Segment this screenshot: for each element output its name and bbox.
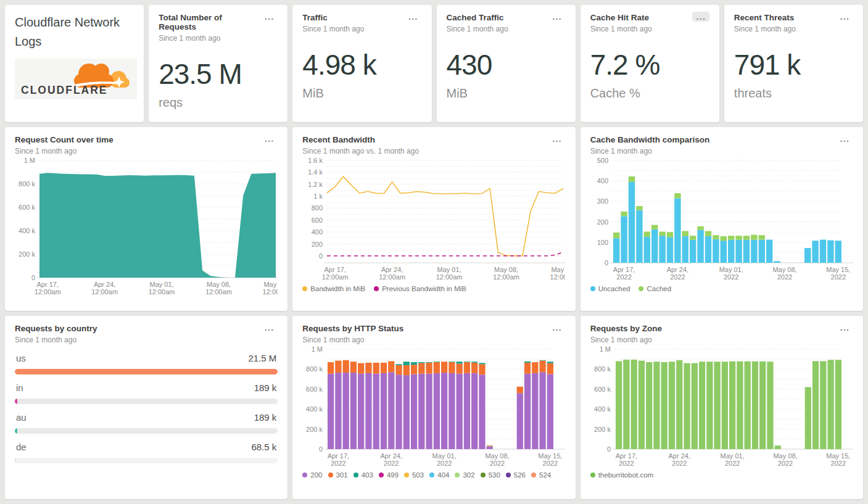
legend-dot-icon: [506, 473, 511, 477]
bar-segment: [426, 362, 432, 363]
bar-segment: [751, 240, 757, 263]
legend-dot-icon: [379, 473, 384, 477]
legend-label: 403: [362, 471, 373, 479]
bar-segment: [751, 235, 757, 240]
panel-menu-button[interactable]: ...: [405, 12, 422, 22]
svg-text:2022: 2022: [543, 460, 558, 467]
panel-menu-button[interactable]: ...: [836, 323, 853, 333]
panel-menu-button[interactable]: ...: [261, 12, 278, 22]
legend-dot-icon: [404, 473, 409, 477]
svg-text:May 01,: May 01,: [719, 266, 743, 273]
bar-segment: [690, 236, 696, 240]
svg-text:400 k: 400 k: [306, 405, 323, 413]
legend-item[interactable]: 403: [353, 471, 373, 479]
cache-bandwidth-legend: UncachedCached: [590, 285, 853, 292]
panel-menu-button[interactable]: ...: [836, 12, 853, 22]
area-series: [39, 173, 276, 278]
svg-text:0: 0: [607, 445, 611, 453]
svg-text:2022: 2022: [437, 460, 452, 467]
http-status-bar-chart: 1 M800 k600 k400 k200 k0Apr 17,2022Apr 2…: [302, 344, 565, 469]
legend-item[interactable]: Uncached: [590, 285, 630, 292]
legend-label: Previous Bandwidth in MiB: [382, 285, 466, 292]
panel-menu-button[interactable]: ...: [836, 134, 853, 144]
bar-segment: [661, 362, 667, 449]
svg-text:12:00am: 12:00am: [91, 288, 118, 295]
legend-dot-icon: [481, 473, 486, 477]
panel-menu-button[interactable]: ...: [261, 323, 278, 333]
bar-segment: [471, 361, 477, 363]
bar-segment: [699, 361, 705, 449]
bar-segment: [728, 236, 734, 240]
requests_by_http_status-svg: 1 M800 k600 k400 k200 k0Apr 17,2022Apr 2…: [302, 344, 565, 469]
svg-text:Apr 17,: Apr 17,: [324, 266, 346, 273]
panel-subtitle: Since 1 month ago: [734, 25, 796, 33]
bar-segment: [691, 363, 697, 449]
bar-segment: [713, 235, 719, 239]
panel-title: Requests by HTTP Status: [302, 324, 403, 333]
bar-segment: [487, 445, 493, 447]
bar-segment: [636, 210, 642, 263]
legend-dot-icon: [455, 473, 460, 477]
legend-item[interactable]: 526: [506, 471, 526, 479]
legend-label: Uncached: [598, 285, 630, 292]
panel-menu-button[interactable]: ...: [692, 12, 709, 22]
svg-text:800 k: 800 k: [19, 180, 35, 188]
panel-subtitle: Since 1 month ago: [447, 25, 508, 33]
cloudflare-logo: CLOUDFLARE': [15, 59, 137, 99]
bar-segment: [651, 229, 658, 263]
panel-menu-button[interactable]: ...: [261, 134, 278, 144]
bar-segment: [328, 374, 334, 449]
bar-segment: [636, 206, 642, 210]
bar-segment: [666, 232, 672, 237]
legend-label: 301: [336, 471, 348, 479]
panel-menu-button[interactable]: ...: [548, 134, 566, 144]
bar-segment: [464, 373, 470, 449]
panel-menu-button[interactable]: ...: [548, 323, 566, 333]
stat-card-recent-threats: Recent Threats Since 1 month ago ... 791…: [724, 5, 863, 122]
bar-segment: [396, 374, 402, 449]
bar-segment: [666, 238, 672, 263]
stat-card-total-requests: Total Number of Requests Since 1 month a…: [149, 5, 287, 122]
legend-item[interactable]: Bandwidth in MiB: [302, 285, 365, 292]
bar-segment: [638, 361, 644, 449]
bar-segment: [524, 363, 531, 374]
bar-segment: [487, 446, 493, 449]
bar-segment: [705, 231, 711, 236]
svg-text:1.4 k: 1.4 k: [308, 168, 323, 176]
bar-segment: [674, 193, 680, 198]
legend-item[interactable]: 404: [429, 471, 449, 479]
panel-title: Cached Traffic: [447, 13, 508, 22]
legend-item[interactable]: 530: [481, 471, 500, 479]
legend-item[interactable]: Previous Bandwidth in MiB: [374, 285, 466, 292]
legend-item[interactable]: 200: [302, 471, 322, 479]
legend-item[interactable]: 302: [455, 471, 474, 479]
bar-segment: [819, 239, 825, 263]
bar-segment: [532, 373, 539, 449]
legend-item[interactable]: 524: [531, 471, 551, 479]
bar-segment: [669, 361, 675, 449]
legend-item[interactable]: Cached: [639, 285, 671, 292]
country-value: 68.5 k: [251, 442, 276, 452]
panel-menu-button[interactable]: ...: [548, 12, 566, 22]
bar-segment: [419, 374, 425, 449]
bar-segment: [479, 364, 486, 374]
legend-label: 526: [514, 471, 526, 479]
svg-text:12:00am: 12:00am: [379, 273, 406, 281]
bandwidth-legend: Bandwidth in MiBPrevious Bandwidth in Mi…: [302, 285, 565, 292]
legend-dot-icon: [302, 473, 307, 477]
stat-unit: MiB: [447, 86, 566, 101]
legend-item[interactable]: 499: [379, 471, 399, 479]
bar-segment: [457, 363, 463, 373]
panel-title: Request Count over time: [15, 135, 114, 144]
legend-item[interactable]: 503: [404, 471, 424, 479]
legend-item[interactable]: theburritobot.com: [590, 471, 654, 479]
bar-segment: [441, 373, 447, 449]
bar-segment: [758, 235, 764, 239]
legend-item[interactable]: 301: [328, 471, 348, 479]
bar-segment: [659, 232, 665, 236]
bar-segment: [411, 362, 417, 365]
legend-label: Bandwidth in MiB: [310, 285, 365, 292]
panel-subtitle: Since 1 month ago: [302, 25, 364, 33]
legend-dot-icon: [590, 473, 595, 477]
svg-text:2022: 2022: [830, 460, 845, 467]
